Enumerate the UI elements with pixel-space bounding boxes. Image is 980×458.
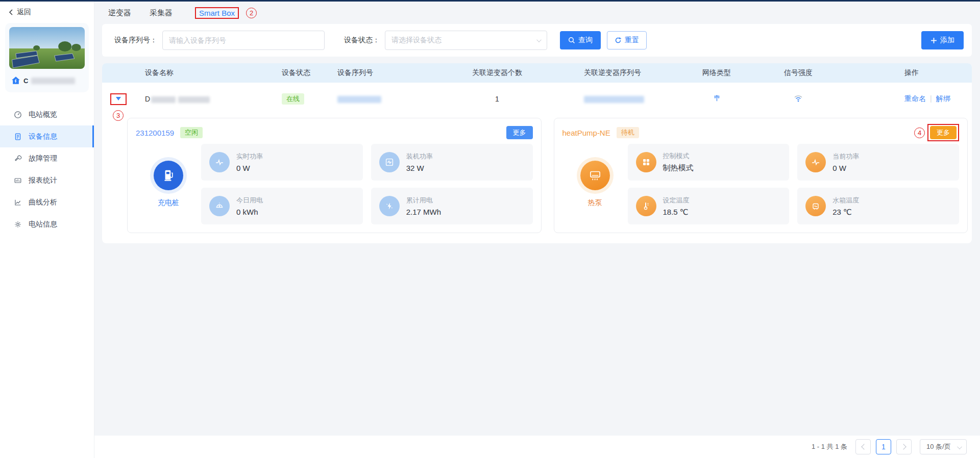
- charging-pile-card-body: 充电桩 实时功率0 W 装机功率32 W: [136, 144, 533, 224]
- daily-energy-icon: [209, 196, 230, 216]
- sidebar-item-label: 曲线分析: [29, 198, 57, 207]
- pagination-total: 1 - 1 共 1 条: [812, 442, 847, 451]
- annotation-box-smart-box-tab: Smart Box: [195, 7, 239, 19]
- chevron-down-icon: [536, 37, 542, 42]
- device-list-icon: [14, 133, 22, 141]
- stat-label: 今日用电: [236, 196, 263, 205]
- annotation-circle-2: 2: [246, 8, 257, 18]
- sidebar-item-device-info[interactable]: 设备信息: [0, 125, 94, 147]
- column-header-inverter-serial: 关联逆变器序列号: [548, 68, 681, 78]
- stat-total-energy: 累计用电2.17 MWh: [371, 188, 533, 224]
- status-badge: 在线: [282, 93, 304, 105]
- serial-filter-input[interactable]: [162, 31, 325, 50]
- charging-pile-type: 充电桩: [136, 144, 201, 224]
- sidebar-item-station-info[interactable]: 电站信息: [0, 213, 94, 235]
- annotation-box-expand-arrow: [110, 93, 127, 105]
- antenna-icon: [713, 94, 721, 103]
- device-table: 设备名称 设备状态 设备序列号 关联逆变器个数 关联逆变器序列号 网络类型 信号…: [102, 63, 972, 243]
- content-spacer: [102, 243, 972, 436]
- page-size-select[interactable]: 10 条/页: [920, 439, 967, 454]
- gauge-icon: [14, 111, 22, 119]
- sidebar-item-station-overview[interactable]: 电站概览: [0, 104, 94, 125]
- sidebar-item-fault-management[interactable]: 故障管理: [0, 147, 94, 169]
- sidebar: 返回: [0, 2, 94, 458]
- device-status-cell: 在线: [262, 93, 329, 105]
- network-type-cell: [681, 94, 752, 104]
- chevron-left-icon: [861, 444, 867, 449]
- curve-chart-icon: [14, 198, 22, 207]
- stat-label: 实时功率: [236, 152, 263, 161]
- stat-label: 当前功率: [832, 152, 859, 161]
- page-1-button[interactable]: 1: [876, 439, 891, 454]
- heat-pump-card-body: 热泵 控制模式制热模式 当前功率0 W: [562, 144, 960, 224]
- status-filter-select[interactable]: 请选择设备状态: [385, 31, 547, 50]
- search-button[interactable]: 查询: [560, 31, 601, 49]
- gear-icon: [14, 220, 22, 228]
- chevron-down-icon: [957, 444, 962, 449]
- sidebar-item-curve-analysis[interactable]: 曲线分析: [0, 191, 94, 213]
- back-button[interactable]: 返回: [0, 2, 94, 19]
- tab-collector[interactable]: 采集器: [150, 8, 173, 18]
- stat-value: 0 kWh: [236, 208, 263, 216]
- total-energy-icon: [379, 196, 400, 216]
- reset-button-label: 重置: [625, 36, 639, 45]
- charging-pile-type-label: 充电桩: [158, 198, 179, 208]
- tab-smart-box[interactable]: Smart Box: [199, 9, 235, 17]
- status-select-placeholder: 请选择设备状态: [391, 36, 442, 45]
- device-serial-redacted: [337, 96, 381, 103]
- action-divider: |: [930, 94, 932, 103]
- signal-strength-cell: [752, 94, 844, 104]
- reset-button[interactable]: 重置: [607, 31, 647, 49]
- stat-set-temperature: 设定温度18.5 ℃: [628, 188, 790, 224]
- table-row: 3 D 在线 1: [102, 83, 972, 115]
- heat-pump-card-header: heatPump-NE 待机 4 更多: [562, 125, 960, 140]
- heat-pump-card: heatPump-NE 待机 4 更多: [554, 118, 968, 233]
- previous-page-button[interactable]: [855, 439, 871, 454]
- heat-pump-title: heatPump-NE: [562, 129, 610, 137]
- sidebar-item-label: 电站信息: [29, 220, 57, 229]
- sidebar-item-label: 电站概览: [29, 110, 57, 119]
- control-mode-icon: [636, 152, 656, 172]
- back-label: 返回: [17, 8, 31, 17]
- rename-link[interactable]: 重命名: [904, 94, 926, 103]
- inverter-serial-cell: [548, 95, 681, 103]
- unbind-link[interactable]: 解绑: [936, 94, 950, 103]
- tab-inverter[interactable]: 逆变器: [108, 8, 131, 18]
- device-name-redacted: [151, 96, 176, 103]
- tank-temp-icon: [805, 196, 826, 216]
- charging-pile-more-button[interactable]: 更多: [506, 126, 533, 139]
- next-page-button[interactable]: [896, 439, 912, 454]
- heat-pump-more-button[interactable]: 更多: [930, 126, 957, 139]
- sidebar-item-label: 设备信息: [29, 132, 57, 141]
- heat-pump-stats: 控制模式制热模式 当前功率0 W 设定温度18.5 ℃: [628, 144, 960, 224]
- device-serial-cell: [329, 95, 446, 103]
- stat-control-mode: 控制模式制热模式: [628, 144, 790, 181]
- device-name-redacted: [178, 96, 210, 103]
- installed-power-icon: [379, 152, 400, 172]
- stat-value: 32 W: [406, 164, 433, 172]
- device-name-cell: D: [135, 95, 262, 103]
- sidebar-item-report-statistics[interactable]: 报表统计: [0, 169, 94, 191]
- add-button[interactable]: 添加: [921, 31, 964, 49]
- collapse-row-arrow-icon[interactable]: [116, 97, 121, 100]
- inverter-count-cell: 1: [446, 95, 548, 103]
- charging-pile-stats: 实时功率0 W 装机功率32 W 今日用电0 kWh: [201, 144, 533, 224]
- stat-current-power: 当前功率0 W: [797, 144, 959, 181]
- expanded-subdevices: 231200159 空闲 更多 充电桩: [102, 115, 972, 243]
- column-header-inverter-count: 关联逆变器个数: [446, 68, 548, 78]
- heat-pump-icon: [580, 161, 610, 190]
- chevron-left-icon: [8, 9, 14, 16]
- content: 设备序列号： 设备状态： 请选择设备状态 查询 重置 添加: [94, 24, 980, 436]
- home-icon: [11, 76, 20, 85]
- column-header-device-name: 设备名称: [135, 68, 262, 78]
- stat-label: 装机功率: [406, 152, 433, 161]
- column-header-actions: 操作: [844, 68, 972, 78]
- stat-label: 水箱温度: [832, 196, 859, 205]
- pagination-bar: 1 - 1 共 1 条 1 10 条/页: [94, 436, 980, 458]
- heat-pump-type: 热泵: [562, 144, 628, 224]
- expand-cell: 3: [102, 93, 135, 105]
- charging-pile-card: 231200159 空闲 更多 充电桩: [127, 118, 542, 233]
- plus-icon: [930, 37, 937, 44]
- device-type-tabs: 逆变器 采集器 Smart Box 2: [94, 2, 980, 24]
- heat-pump-type-label: 热泵: [588, 198, 602, 208]
